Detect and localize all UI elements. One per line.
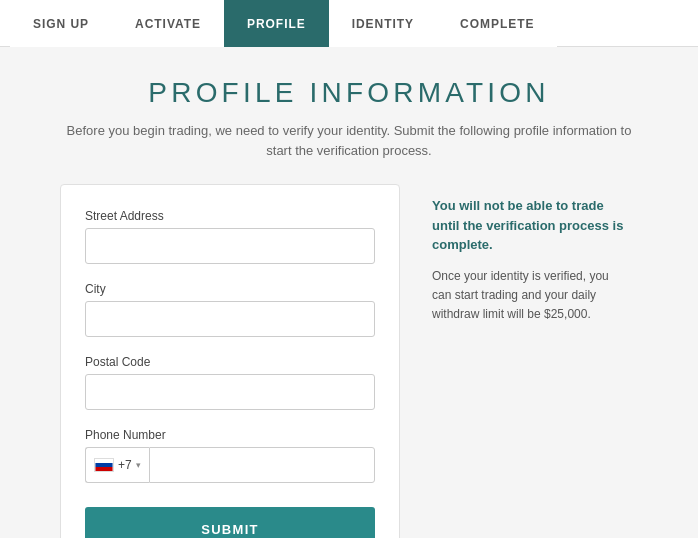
side-info-warning: You will not be able to trade until the … [432, 196, 630, 255]
city-group: City [85, 282, 375, 337]
street-address-input[interactable] [85, 228, 375, 264]
chevron-down-icon: ▾ [136, 460, 141, 470]
svg-rect-1 [95, 463, 112, 467]
street-address-group: Street Address [85, 209, 375, 264]
side-info-panel: You will not be able to trade until the … [424, 184, 638, 336]
phone-number-group: Phone Number +7 ▾ [85, 428, 375, 483]
city-input[interactable] [85, 301, 375, 337]
tab-complete[interactable]: COMPLETE [437, 0, 557, 47]
tab-activate[interactable]: ACTIVATE [112, 0, 224, 47]
postal-code-input[interactable] [85, 374, 375, 410]
postal-code-label: Postal Code [85, 355, 375, 369]
postal-code-group: Postal Code [85, 355, 375, 410]
page-subtitle: Before you begin trading, we need to ver… [60, 121, 638, 160]
tab-profile[interactable]: PROFILE [224, 0, 329, 47]
submit-button[interactable]: SUBMIT [85, 507, 375, 538]
nav-tabs: SIGN UP ACTIVATE PROFILE IDENTITY COMPLE… [0, 0, 698, 47]
page-title: PROFILE INFORMATION [60, 77, 638, 109]
form-card: Street Address City Postal Code Phone Nu… [60, 184, 400, 538]
phone-number-label: Phone Number [85, 428, 375, 442]
side-info-description: Once your identity is verified, you can … [432, 267, 630, 325]
phone-country-selector[interactable]: +7 ▾ [85, 447, 149, 483]
russia-flag-icon [94, 458, 114, 472]
svg-rect-2 [95, 467, 112, 471]
street-address-label: Street Address [85, 209, 375, 223]
main-content: PROFILE INFORMATION Before you begin tra… [0, 47, 698, 538]
phone-number-input[interactable] [149, 447, 375, 483]
country-code: +7 [118, 458, 132, 472]
svg-rect-0 [95, 459, 112, 463]
tab-sign-up[interactable]: SIGN UP [10, 0, 112, 47]
city-label: City [85, 282, 375, 296]
content-row: Street Address City Postal Code Phone Nu… [60, 184, 638, 538]
tab-identity[interactable]: IDENTITY [329, 0, 437, 47]
phone-row: +7 ▾ [85, 447, 375, 483]
